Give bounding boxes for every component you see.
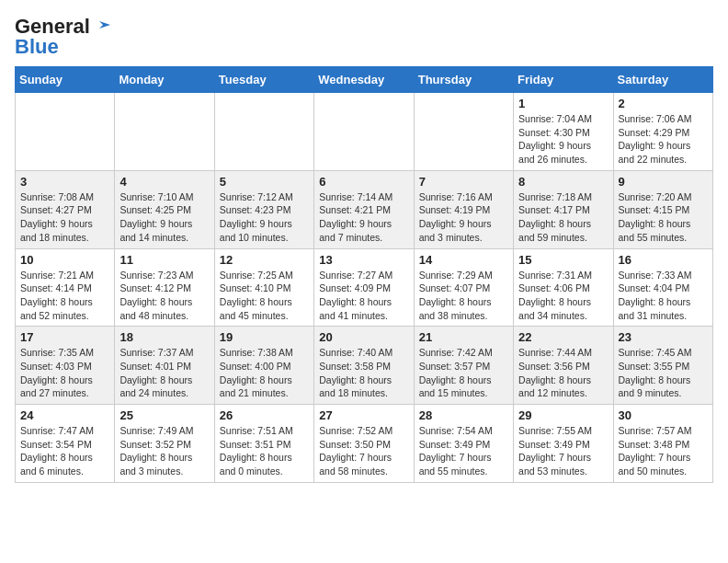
calendar-header-monday: Monday bbox=[115, 67, 214, 93]
calendar-cell: 1Sunrise: 7:04 AM Sunset: 4:30 PM Daylig… bbox=[514, 93, 613, 171]
calendar-week-row: 1Sunrise: 7:04 AM Sunset: 4:30 PM Daylig… bbox=[16, 93, 713, 171]
calendar-cell bbox=[115, 93, 214, 171]
calendar-cell: 18Sunrise: 7:37 AM Sunset: 4:01 PM Dayli… bbox=[115, 327, 214, 405]
day-number: 13 bbox=[319, 253, 408, 267]
calendar-week-row: 17Sunrise: 7:35 AM Sunset: 4:03 PM Dayli… bbox=[16, 327, 713, 405]
day-info: Sunrise: 7:04 AM Sunset: 4:30 PM Dayligh… bbox=[518, 112, 608, 167]
calendar-week-row: 3Sunrise: 7:08 AM Sunset: 4:27 PM Daylig… bbox=[16, 170, 713, 248]
day-info: Sunrise: 7:49 AM Sunset: 3:52 PM Dayligh… bbox=[119, 424, 209, 478]
day-number: 6 bbox=[319, 175, 408, 189]
calendar-cell: 22Sunrise: 7:44 AM Sunset: 3:56 PM Dayli… bbox=[514, 327, 613, 405]
calendar-cell: 28Sunrise: 7:54 AM Sunset: 3:49 PM Dayli… bbox=[414, 405, 513, 483]
calendar-cell: 20Sunrise: 7:40 AM Sunset: 3:58 PM Dayli… bbox=[314, 327, 414, 405]
day-number: 14 bbox=[419, 253, 508, 267]
day-number: 30 bbox=[619, 408, 708, 422]
calendar-cell: 12Sunrise: 7:25 AM Sunset: 4:10 PM Dayli… bbox=[214, 248, 313, 327]
day-info: Sunrise: 7:45 AM Sunset: 3:55 PM Dayligh… bbox=[619, 346, 708, 400]
day-info: Sunrise: 7:12 AM Sunset: 4:23 PM Dayligh… bbox=[220, 190, 309, 245]
day-info: Sunrise: 7:33 AM Sunset: 4:04 PM Dayligh… bbox=[619, 269, 708, 323]
calendar-header-friday: Friday bbox=[514, 67, 613, 93]
day-info: Sunrise: 7:51 AM Sunset: 3:51 PM Dayligh… bbox=[220, 424, 309, 478]
day-info: Sunrise: 7:31 AM Sunset: 4:06 PM Dayligh… bbox=[518, 269, 608, 323]
day-info: Sunrise: 7:06 AM Sunset: 4:29 PM Dayligh… bbox=[619, 112, 708, 167]
day-number: 16 bbox=[619, 253, 708, 267]
calendar-cell: 17Sunrise: 7:35 AM Sunset: 4:03 PM Dayli… bbox=[16, 327, 115, 405]
day-number: 2 bbox=[619, 97, 708, 110]
day-number: 26 bbox=[220, 408, 309, 422]
calendar-cell: 10Sunrise: 7:21 AM Sunset: 4:14 PM Dayli… bbox=[16, 248, 115, 327]
day-info: Sunrise: 7:20 AM Sunset: 4:15 PM Dayligh… bbox=[619, 190, 708, 245]
calendar-cell bbox=[16, 93, 115, 171]
day-number: 12 bbox=[220, 253, 309, 267]
calendar-cell: 8Sunrise: 7:18 AM Sunset: 4:17 PM Daylig… bbox=[514, 170, 613, 248]
calendar-cell: 16Sunrise: 7:33 AM Sunset: 4:04 PM Dayli… bbox=[613, 248, 712, 327]
day-info: Sunrise: 7:16 AM Sunset: 4:19 PM Dayligh… bbox=[419, 190, 508, 245]
calendar-cell bbox=[314, 93, 414, 171]
calendar-cell: 27Sunrise: 7:52 AM Sunset: 3:50 PM Dayli… bbox=[314, 405, 414, 483]
calendar-cell: 25Sunrise: 7:49 AM Sunset: 3:52 PM Dayli… bbox=[115, 405, 214, 483]
day-number: 11 bbox=[119, 253, 209, 267]
day-number: 21 bbox=[419, 330, 508, 344]
day-number: 19 bbox=[220, 330, 309, 344]
logo-bird-icon bbox=[92, 17, 110, 36]
calendar-week-row: 24Sunrise: 7:47 AM Sunset: 3:54 PM Dayli… bbox=[16, 405, 713, 483]
day-info: Sunrise: 7:29 AM Sunset: 4:07 PM Dayligh… bbox=[419, 269, 508, 323]
day-info: Sunrise: 7:54 AM Sunset: 3:49 PM Dayligh… bbox=[419, 424, 508, 478]
day-number: 29 bbox=[518, 408, 608, 422]
day-number: 1 bbox=[518, 97, 608, 110]
day-info: Sunrise: 7:57 AM Sunset: 3:48 PM Dayligh… bbox=[619, 424, 708, 478]
calendar-header-row: SundayMondayTuesdayWednesdayThursdayFrid… bbox=[16, 67, 713, 93]
day-number: 9 bbox=[619, 175, 708, 189]
logo: General Blue bbox=[15, 15, 110, 59]
calendar-cell: 30Sunrise: 7:57 AM Sunset: 3:48 PM Dayli… bbox=[613, 405, 712, 483]
calendar-header-sunday: Sunday bbox=[16, 67, 115, 93]
day-info: Sunrise: 7:25 AM Sunset: 4:10 PM Dayligh… bbox=[220, 269, 309, 323]
calendar-cell: 4Sunrise: 7:10 AM Sunset: 4:25 PM Daylig… bbox=[115, 170, 214, 248]
calendar-cell: 26Sunrise: 7:51 AM Sunset: 3:51 PM Dayli… bbox=[214, 405, 313, 483]
day-number: 5 bbox=[220, 175, 309, 189]
day-info: Sunrise: 7:42 AM Sunset: 3:57 PM Dayligh… bbox=[419, 346, 508, 400]
day-number: 25 bbox=[119, 408, 209, 422]
day-number: 17 bbox=[20, 330, 109, 344]
day-number: 10 bbox=[20, 253, 109, 267]
day-number: 15 bbox=[518, 253, 608, 267]
day-number: 4 bbox=[119, 175, 209, 189]
svg-marker-0 bbox=[99, 21, 110, 29]
day-info: Sunrise: 7:21 AM Sunset: 4:14 PM Dayligh… bbox=[20, 269, 109, 323]
calendar-cell: 5Sunrise: 7:12 AM Sunset: 4:23 PM Daylig… bbox=[214, 170, 313, 248]
day-number: 23 bbox=[619, 330, 708, 344]
calendar-table: SundayMondayTuesdayWednesdayThursdayFrid… bbox=[15, 66, 713, 483]
day-number: 18 bbox=[119, 330, 209, 344]
day-number: 20 bbox=[319, 330, 408, 344]
calendar-cell: 6Sunrise: 7:14 AM Sunset: 4:21 PM Daylig… bbox=[314, 170, 414, 248]
calendar-cell: 23Sunrise: 7:45 AM Sunset: 3:55 PM Dayli… bbox=[613, 327, 712, 405]
day-number: 22 bbox=[518, 330, 608, 344]
header: General Blue bbox=[15, 15, 713, 59]
calendar-cell: 11Sunrise: 7:23 AM Sunset: 4:12 PM Dayli… bbox=[115, 248, 214, 327]
day-info: Sunrise: 7:37 AM Sunset: 4:01 PM Dayligh… bbox=[119, 346, 209, 400]
day-info: Sunrise: 7:23 AM Sunset: 4:12 PM Dayligh… bbox=[119, 269, 209, 323]
day-number: 7 bbox=[419, 175, 508, 189]
calendar-header-tuesday: Tuesday bbox=[214, 67, 313, 93]
day-info: Sunrise: 7:47 AM Sunset: 3:54 PM Dayligh… bbox=[20, 424, 109, 478]
calendar-cell: 21Sunrise: 7:42 AM Sunset: 3:57 PM Dayli… bbox=[414, 327, 513, 405]
day-number: 8 bbox=[518, 175, 608, 189]
day-info: Sunrise: 7:14 AM Sunset: 4:21 PM Dayligh… bbox=[319, 190, 408, 245]
calendar-cell: 14Sunrise: 7:29 AM Sunset: 4:07 PM Dayli… bbox=[414, 248, 513, 327]
calendar-header-thursday: Thursday bbox=[414, 67, 513, 93]
day-number: 24 bbox=[20, 408, 109, 422]
day-info: Sunrise: 7:44 AM Sunset: 3:56 PM Dayligh… bbox=[518, 346, 608, 400]
calendar-header-saturday: Saturday bbox=[613, 67, 712, 93]
calendar-cell: 13Sunrise: 7:27 AM Sunset: 4:09 PM Dayli… bbox=[314, 248, 414, 327]
calendar-cell: 29Sunrise: 7:55 AM Sunset: 3:49 PM Dayli… bbox=[514, 405, 613, 483]
day-info: Sunrise: 7:40 AM Sunset: 3:58 PM Dayligh… bbox=[319, 346, 408, 400]
day-number: 28 bbox=[419, 408, 508, 422]
calendar-cell: 7Sunrise: 7:16 AM Sunset: 4:19 PM Daylig… bbox=[414, 170, 513, 248]
calendar-cell: 2Sunrise: 7:06 AM Sunset: 4:29 PM Daylig… bbox=[613, 93, 712, 171]
day-number: 3 bbox=[20, 175, 109, 189]
calendar-cell bbox=[214, 93, 313, 171]
day-info: Sunrise: 7:35 AM Sunset: 4:03 PM Dayligh… bbox=[20, 346, 109, 400]
day-number: 27 bbox=[319, 408, 408, 422]
calendar-header-wednesday: Wednesday bbox=[314, 67, 414, 93]
day-info: Sunrise: 7:18 AM Sunset: 4:17 PM Dayligh… bbox=[518, 190, 608, 245]
